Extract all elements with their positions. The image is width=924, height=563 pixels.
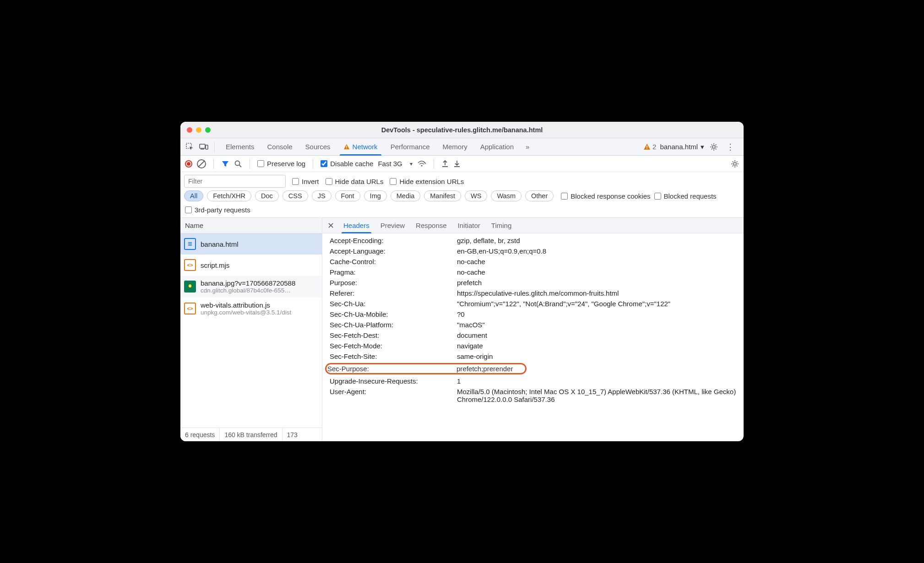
status-transferred: 160 kB transferred [220, 428, 282, 441]
type-filter-media[interactable]: Media [391, 190, 421, 201]
detail-tab-initiator[interactable]: Initiator [452, 218, 486, 233]
network-conditions-icon[interactable] [417, 160, 426, 168]
clear-button[interactable] [197, 159, 206, 168]
tab-sources[interactable]: Sources [299, 138, 337, 155]
export-har-icon[interactable] [441, 160, 449, 168]
warning-icon [343, 144, 350, 150]
type-filter-ws[interactable]: WS [465, 190, 487, 201]
device-toolbar-icon[interactable] [198, 141, 210, 153]
divider [313, 159, 313, 169]
tab-label: Performance [391, 143, 430, 151]
hide-extension-urls-checkbox[interactable]: Hide extension URLs [390, 178, 464, 185]
header-row: Sec-Ch-Ua:"Chromium";v="122", "Not(A:Bra… [322, 298, 744, 309]
type-filter-font[interactable]: Font [335, 190, 360, 201]
third-party-input[interactable] [185, 206, 192, 213]
request-row[interactable]: <>web-vitals.attribution.jsunpkg.com/web… [180, 298, 322, 319]
blocked-requests-input[interactable] [654, 193, 661, 200]
type-filter-fetch-xhr[interactable]: Fetch/XHR [207, 190, 251, 201]
name-column-header[interactable]: Name [180, 218, 322, 233]
frame-selector-label: banana.html [660, 143, 698, 151]
header-row: Sec-Purpose:prefetch;prerender [322, 362, 744, 376]
svg-line-10 [239, 165, 242, 167]
type-filter-all[interactable]: All [184, 190, 203, 201]
chevron-down-icon: ▾ [410, 161, 413, 167]
preserve-log-checkbox[interactable]: Preserve log [257, 160, 305, 168]
inspect-element-icon[interactable] [184, 141, 196, 153]
request-domain: cdn.glitch.global/87b4c0fe-655… [201, 287, 295, 294]
throttling-selector[interactable]: Fast 3G ▾ [378, 160, 412, 168]
request-domain: unpkg.com/web-vitals@3.5.1/dist [201, 309, 291, 316]
header-value: same-origin [457, 352, 744, 360]
third-party-checkbox[interactable]: 3rd-party requests [185, 206, 739, 214]
svg-rect-5 [346, 148, 347, 148]
script-icon: <> [184, 259, 196, 271]
tab-elements[interactable]: Elements [219, 138, 261, 155]
warnings-counter[interactable]: 2 [643, 143, 656, 151]
disable-cache-input[interactable] [321, 160, 327, 167]
network-settings-icon[interactable] [731, 160, 739, 168]
third-party-label: 3rd-party requests [195, 206, 250, 214]
blocked-response-cookies-input[interactable] [561, 193, 568, 200]
type-filter-js[interactable]: JS [312, 190, 332, 201]
header-row: Accept-Language:en-GB,en-US;q=0.9,en;q=0… [322, 246, 744, 256]
tab-memory[interactable]: Memory [436, 138, 474, 155]
import-har-icon[interactable] [453, 160, 461, 168]
header-key: Sec-Fetch-Site: [330, 352, 457, 360]
svg-rect-1 [200, 144, 205, 148]
type-filter-other[interactable]: Other [525, 190, 554, 201]
tab-label: Sources [305, 143, 331, 151]
request-row[interactable]: banana.html [180, 233, 322, 254]
detail-tab-preview[interactable]: Preview [375, 218, 410, 233]
disable-cache-checkbox[interactable]: Disable cache [321, 160, 373, 168]
close-detail-button[interactable]: ✕ [325, 220, 336, 231]
tab-application[interactable]: Application [474, 138, 520, 155]
request-row[interactable]: banana.jpg?v=1705668720588cdn.glitch.glo… [180, 276, 322, 298]
main-split: Name banana.html<>script.mjsbanana.jpg?v… [180, 218, 744, 441]
frame-selector[interactable]: banana.html ▾ [660, 143, 704, 151]
tab-performance[interactable]: Performance [384, 138, 436, 155]
request-list-pane: Name banana.html<>script.mjsbanana.jpg?v… [180, 218, 322, 441]
hide-data-urls-input[interactable] [326, 178, 332, 185]
invert-input[interactable] [292, 178, 299, 185]
type-filter-wasm[interactable]: Wasm [491, 190, 522, 201]
header-value: en-GB,en-US;q=0.9,en;q=0.8 [457, 247, 744, 255]
header-value: gzip, deflate, br, zstd [457, 237, 744, 244]
blocked-response-cookies-checkbox[interactable]: Blocked response cookies [561, 192, 650, 200]
record-button[interactable] [185, 160, 192, 168]
hide-data-urls-checkbox[interactable]: Hide data URLs [326, 178, 384, 185]
window-title: DevTools - speculative-rules.glitch.me/b… [180, 126, 744, 134]
type-filter-manifest[interactable]: Manifest [424, 190, 461, 201]
detail-tab-response[interactable]: Response [410, 218, 452, 233]
type-filter-css[interactable]: CSS [283, 190, 308, 201]
detail-tab-headers[interactable]: Headers [338, 218, 375, 233]
network-status-strip: 6 requests 160 kB transferred 173 [180, 428, 322, 441]
header-value: "macOS" [457, 321, 744, 329]
hide-extension-urls-input[interactable] [390, 178, 397, 185]
tabs-overflow-button[interactable]: » [522, 138, 533, 155]
header-value: navigate [457, 342, 744, 350]
type-filter-doc[interactable]: Doc [255, 190, 279, 201]
tab-network[interactable]: Network [337, 138, 384, 155]
header-row: Upgrade-Insecure-Requests:1 [322, 376, 744, 386]
blocked-requests-checkbox[interactable]: Blocked requests [654, 192, 717, 200]
divider [434, 159, 434, 169]
svg-rect-6 [647, 146, 647, 148]
header-key: Accept-Language: [330, 247, 457, 255]
disable-cache-label: Disable cache [330, 160, 373, 168]
svg-point-11 [421, 165, 422, 166]
header-key: Cache-Control: [330, 258, 457, 265]
type-filter-img[interactable]: Img [364, 190, 387, 201]
filter-input[interactable] [184, 175, 286, 188]
request-name: web-vitals.attribution.js [201, 301, 291, 309]
filter-toggle-icon[interactable] [221, 160, 229, 168]
overflow-icon: » [526, 143, 529, 151]
tab-console[interactable]: Console [261, 138, 299, 155]
more-menu-icon[interactable]: ⋮ [723, 142, 737, 152]
request-row[interactable]: <>script.mjs [180, 254, 322, 276]
invert-checkbox[interactable]: Invert [292, 178, 319, 185]
settings-icon[interactable] [708, 141, 720, 153]
detail-tab-timing[interactable]: Timing [486, 218, 517, 233]
header-row: Accept-Encoding:gzip, deflate, br, zstd [322, 235, 744, 246]
preserve-log-input[interactable] [257, 160, 264, 167]
search-icon[interactable] [234, 160, 242, 168]
